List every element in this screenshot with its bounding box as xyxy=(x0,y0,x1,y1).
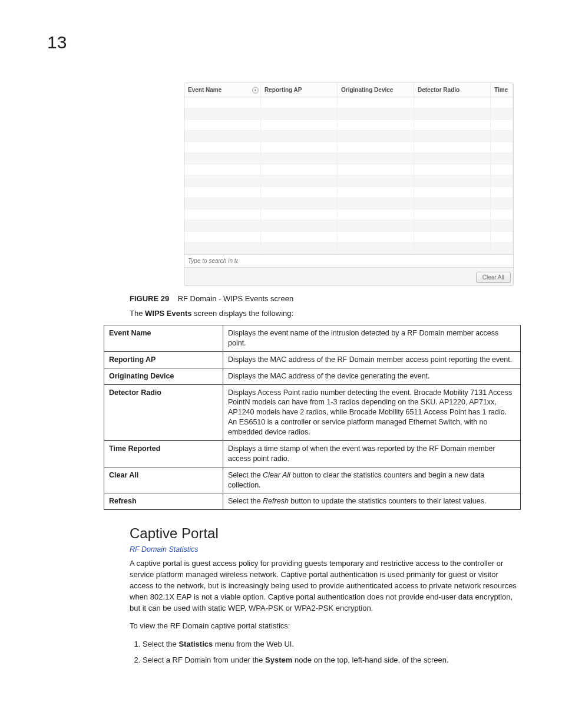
figure-caption: FIGURE 29 RF Domain - WIPS Events screen xyxy=(130,294,515,303)
table-row xyxy=(184,120,513,131)
desc-row: RefreshSelect the Refresh button to upda… xyxy=(104,493,521,510)
desc-value: Select the Clear All button to clear the… xyxy=(223,467,521,493)
desc-row: Event NameDisplays the event name of the… xyxy=(104,325,521,352)
column-header[interactable]: Event Name xyxy=(184,83,261,97)
steps-list: Select the Statistics menu from the Web … xyxy=(130,639,520,665)
field-description-table: Event NameDisplays the event name of the… xyxy=(104,325,521,510)
desc-key: Refresh xyxy=(104,493,223,510)
step-item: Select a RF Domain from under the System… xyxy=(143,655,520,666)
table-row xyxy=(184,142,513,153)
desc-row: Originating DeviceDisplays the MAC addre… xyxy=(104,368,521,384)
column-header[interactable]: Reporting AP xyxy=(261,83,338,97)
table-row xyxy=(184,187,513,198)
captive-portal-lead: To view the RF Domain captive portal sta… xyxy=(130,621,518,632)
column-header[interactable]: Originating Device xyxy=(338,83,414,97)
desc-key: Time Reported xyxy=(104,440,223,467)
table-row xyxy=(184,164,513,176)
desc-key: Originating Device xyxy=(104,368,223,384)
desc-value: Displays a time stamp of when the event … xyxy=(223,440,521,467)
column-header[interactable]: Time xyxy=(491,83,513,97)
section-breadcrumb-link[interactable]: RF Domain Statistics xyxy=(130,545,515,554)
desc-key: Reporting AP xyxy=(104,351,223,368)
table-row xyxy=(184,131,513,142)
grid-search-row xyxy=(184,254,513,267)
desc-key: Clear All xyxy=(104,467,223,493)
table-row xyxy=(184,153,513,164)
desc-value: Displays Access Point radio number detec… xyxy=(223,384,521,440)
table-row xyxy=(184,209,513,220)
step-item: Select the Statistics menu from the Web … xyxy=(143,639,520,650)
intro-line: The WIPS Events screen displays the foll… xyxy=(130,309,515,318)
intro-prefix: The xyxy=(130,309,145,318)
table-row xyxy=(184,232,513,243)
page-number: 13 xyxy=(47,32,67,52)
desc-value: Displays the MAC address of the RF Domai… xyxy=(223,351,521,368)
figure-label: FIGURE 29 xyxy=(130,294,169,303)
table-row xyxy=(184,198,513,209)
desc-key: Detector Radio xyxy=(104,384,223,440)
intro-bold: WIPS Events xyxy=(145,309,191,318)
desc-row: Time ReportedDisplays a time stamp of wh… xyxy=(104,440,521,467)
figure-title: RF Domain - WIPS Events screen xyxy=(178,294,294,303)
grid-search-input[interactable] xyxy=(184,255,242,267)
wips-events-screenshot: Event NameReporting APOriginating Device… xyxy=(184,83,514,286)
table-row xyxy=(184,108,513,120)
section-heading-captive-portal: Captive Portal xyxy=(130,525,515,542)
desc-value: Select the Refresh button to update the … xyxy=(223,493,521,510)
table-row xyxy=(184,243,513,254)
desc-row: Detector RadioDisplays Access Point radi… xyxy=(104,384,521,440)
desc-value: Displays the MAC address of the device g… xyxy=(223,368,521,384)
clear-all-button[interactable]: Clear All xyxy=(476,272,511,283)
table-row xyxy=(184,176,513,187)
desc-row: Clear AllSelect the Clear All button to … xyxy=(104,467,521,493)
intro-suffix: screen displays the following: xyxy=(191,309,293,318)
desc-key: Event Name xyxy=(104,325,223,352)
sort-indicator-icon xyxy=(252,87,259,93)
captive-portal-paragraph: A captive portal is guest access policy … xyxy=(130,558,518,614)
grid-button-bar: Clear All xyxy=(184,267,513,285)
table-row xyxy=(184,220,513,232)
table-row xyxy=(184,97,513,108)
events-grid: Event NameReporting APOriginating Device… xyxy=(184,83,514,286)
column-header[interactable]: Detector Radio xyxy=(414,83,491,97)
desc-row: Reporting APDisplays the MAC address of … xyxy=(104,351,521,368)
desc-value: Displays the event name of the intrusion… xyxy=(223,325,521,352)
